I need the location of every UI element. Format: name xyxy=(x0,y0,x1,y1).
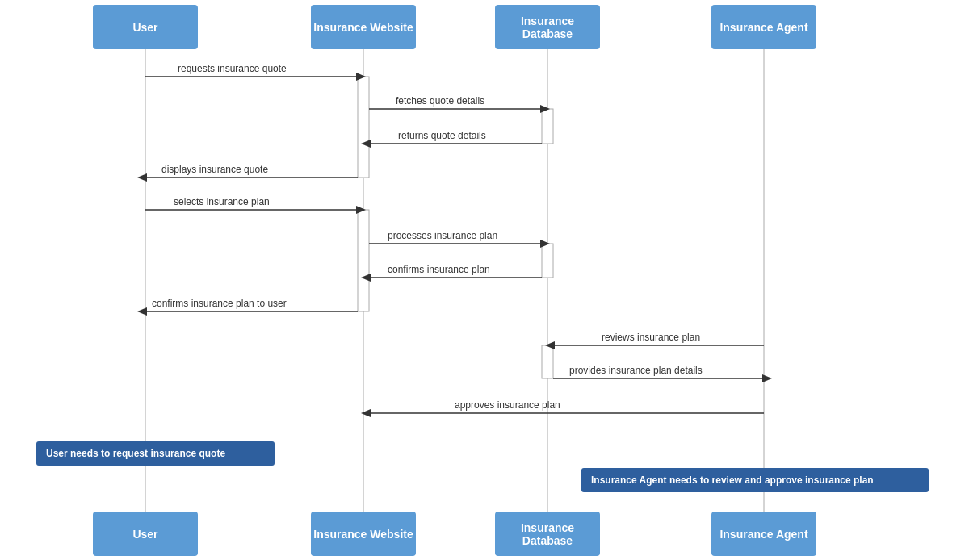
svg-text:approves insurance plan: approves insurance plan xyxy=(455,399,560,411)
actor-database-top: Insurance Database xyxy=(495,5,600,49)
actor-website-bottom: Insurance Website xyxy=(311,512,416,556)
actor-user-top: User xyxy=(93,5,198,49)
svg-marker-19 xyxy=(137,173,147,182)
actor-agent-bottom: Insurance Agent xyxy=(711,512,816,556)
svg-marker-25 xyxy=(540,240,550,248)
svg-rect-6 xyxy=(358,210,369,311)
svg-marker-16 xyxy=(361,140,371,148)
svg-text:reviews insurance plan: reviews insurance plan xyxy=(602,332,700,343)
svg-text:requests insurance quote: requests insurance quote xyxy=(178,63,287,74)
svg-marker-31 xyxy=(137,307,147,316)
svg-marker-34 xyxy=(545,341,555,349)
actor-website-top: Insurance Website xyxy=(311,5,416,49)
svg-rect-7 xyxy=(542,244,553,278)
svg-text:displays insurance quote: displays insurance quote xyxy=(162,164,268,175)
svg-marker-10 xyxy=(356,73,366,81)
svg-text:selects insurance plan: selects insurance plan xyxy=(174,196,270,207)
svg-text:fetches quote details: fetches quote details xyxy=(396,95,484,107)
sequence-diagram: requests insurance quote fetches quote d… xyxy=(0,0,969,560)
svg-text:processes insurance plan: processes insurance plan xyxy=(388,230,497,241)
svg-marker-13 xyxy=(540,105,550,113)
actor-agent-top: Insurance Agent xyxy=(711,5,816,49)
svg-marker-28 xyxy=(361,274,371,282)
svg-text:returns quote details: returns quote details xyxy=(398,130,486,141)
svg-text:provides insurance plan detail: provides insurance plan details xyxy=(569,365,703,376)
note-agent: Insurance Agent needs to review and appr… xyxy=(581,468,929,492)
svg-text:confirms insurance plan to use: confirms insurance plan to user xyxy=(152,298,287,309)
svg-marker-40 xyxy=(361,409,371,417)
note-user: User needs to request insurance quote xyxy=(36,441,275,466)
svg-marker-37 xyxy=(762,374,772,382)
svg-marker-22 xyxy=(356,206,366,214)
svg-rect-4 xyxy=(358,77,369,178)
actor-user-bottom: User xyxy=(93,512,198,556)
svg-rect-5 xyxy=(542,109,553,144)
actor-database-bottom: Insurance Database xyxy=(495,512,600,556)
svg-text:confirms insurance plan: confirms insurance plan xyxy=(388,264,490,275)
svg-rect-8 xyxy=(542,345,553,378)
